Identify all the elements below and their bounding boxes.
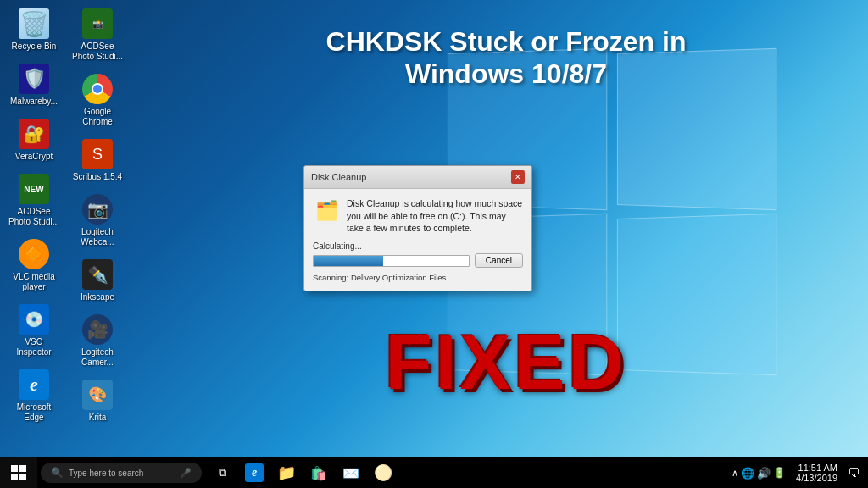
progress-fill bbox=[314, 256, 383, 266]
desktop-icon-recycle-bin[interactable]: 🗑️ Recycle Bin bbox=[4, 4, 64, 55]
search-icon: 🔍 bbox=[51, 467, 64, 479]
title-line1: CHKDSK Stuck or Frozen in bbox=[161, 25, 851, 58]
desktop-icon-acdsee1[interactable]: NEW ACDSee Photo Studi... bbox=[4, 169, 64, 230]
taskbar-task-view[interactable]: ⧉ bbox=[207, 458, 237, 488]
acdsee1-label: ACDSee Photo Studi... bbox=[8, 207, 60, 227]
taskbar-mail[interactable]: ✉️ bbox=[336, 458, 366, 488]
title-line2: Windows 10/8/7 bbox=[161, 58, 851, 90]
dialog-message: Disk Cleanup is calculating how much spa… bbox=[347, 197, 523, 235]
win-icon-tr bbox=[19, 465, 26, 472]
logitech-camera-icon: 🎥 bbox=[81, 313, 114, 346]
taskbar-explorer[interactable]: 📁 bbox=[271, 458, 302, 488]
win-icon-bl bbox=[11, 474, 18, 480]
progress-label: Calculating... bbox=[313, 241, 523, 251]
desktop-icon-logitech-webcam[interactable]: 📷 Logitech Webca... bbox=[68, 190, 127, 251]
search-bar[interactable]: 🔍 Type here to search 🎤 bbox=[41, 463, 202, 483]
taskbar-right: ∧ 🌐 🔊 🔋 11:51 AM 4/13/2019 🗨 bbox=[732, 463, 868, 483]
inkscape-icon: ✒️ bbox=[81, 258, 114, 291]
desktop-icon-acdsee2[interactable]: 📸 ACDSee Photo Studi... bbox=[68, 4, 127, 65]
dialog-content-row: 🗂️ Disk Cleanup is calculating how much … bbox=[313, 197, 523, 235]
desktop-icon-logitech-camera[interactable]: 🎥 Logitech Camer... bbox=[68, 310, 127, 371]
win-icon-br bbox=[19, 474, 26, 480]
desktop-icon-edge[interactable]: e Microsoft Edge bbox=[4, 365, 64, 426]
clock-date: 4/13/2019 bbox=[796, 473, 837, 483]
recycle-bin-label: Recycle Bin bbox=[12, 42, 57, 52]
desktop-icon-vso[interactable]: 💿 VSO Inspector bbox=[4, 300, 64, 361]
edge-icon: e bbox=[18, 369, 50, 401]
logitech-webcam-label: Logitech Webca... bbox=[71, 227, 124, 247]
cancel-button[interactable]: Cancel bbox=[475, 253, 523, 268]
malwarebytes-label: Malwareby... bbox=[10, 97, 58, 107]
dialog-titlebar: Disk Cleanup ✕ bbox=[304, 166, 531, 189]
dialog-title: Disk Cleanup bbox=[311, 172, 366, 182]
system-tray-icons: ∧ 🌐 🔊 🔋 bbox=[732, 467, 786, 480]
progress-bar bbox=[313, 255, 470, 267]
scanning-status: Scanning: Delivery Optimization Files bbox=[313, 273, 523, 282]
vlc-icon: 🔶 bbox=[18, 238, 50, 270]
acdsee2-label: ACDSee Photo Studi... bbox=[71, 42, 124, 62]
edge-taskbar-icon: e bbox=[245, 463, 264, 482]
vlc-label: VLC media player bbox=[8, 272, 60, 292]
desktop-icon-vlc[interactable]: 🔶 VLC media player bbox=[4, 235, 64, 296]
taskbar-note[interactable]: 🟡 bbox=[368, 458, 398, 488]
malwarebytes-icon: 🛡️ bbox=[18, 63, 50, 95]
desktop-icons-area: 🗑️ Recycle Bin 🛡️ Malwareby... 🔐 VeraCry… bbox=[4, 4, 123, 445]
sound-icon: 🔊 bbox=[757, 467, 771, 480]
disk-cleanup-dialog: Disk Cleanup ✕ 🗂️ Disk Cleanup is calcul… bbox=[303, 165, 532, 291]
battery-icon: 🔋 bbox=[773, 467, 786, 479]
windows-icon bbox=[11, 465, 26, 480]
disk-cleanup-icon: 🗂️ bbox=[313, 197, 340, 225]
up-arrow-icon[interactable]: ∧ bbox=[732, 468, 738, 479]
fixed-overlay-text: FIXED bbox=[161, 319, 851, 407]
taskbar: 🔍 Type here to search 🎤 ⧉ e 📁 🛍️ ✉️ 🟡 ∧ … bbox=[0, 458, 868, 488]
vso-label: VSO Inspector bbox=[8, 337, 60, 358]
recycle-bin-icon: 🗑️ bbox=[18, 8, 50, 40]
taskbar-clock[interactable]: 11:51 AM 4/13/2019 bbox=[793, 463, 841, 483]
desktop-icon-malwarebytes[interactable]: 🛡️ Malwareby... bbox=[4, 59, 64, 110]
taskbar-store[interactable]: 🛍️ bbox=[303, 458, 334, 488]
taskbar-apps: ⧉ e 📁 🛍️ ✉️ 🟡 bbox=[207, 458, 398, 488]
dialog-body: 🗂️ Disk Cleanup is calculating how much … bbox=[304, 189, 531, 291]
network-icon: 🌐 bbox=[741, 467, 754, 480]
logitech-camera-label: Logitech Camer... bbox=[71, 347, 124, 368]
scribus-label: Scribus 1.5.4 bbox=[73, 172, 122, 182]
win-icon-tl bbox=[11, 465, 18, 472]
scanning-label: Scanning: bbox=[313, 273, 348, 282]
chrome-icon bbox=[81, 73, 114, 105]
inkscape-label: Inkscape bbox=[81, 292, 114, 302]
edge-label: Microsoft Edge bbox=[8, 402, 60, 423]
microphone-icon: 🎤 bbox=[180, 468, 192, 479]
veracrypt-label: VeraCrypt bbox=[15, 152, 53, 162]
taskbar-edge[interactable]: e bbox=[239, 458, 270, 488]
krita-icon: 🎨 bbox=[81, 379, 114, 411]
logitech-webcam-icon: 📷 bbox=[81, 193, 114, 225]
acdsee1-icon: NEW bbox=[18, 173, 50, 205]
desktop-icon-chrome[interactable]: Google Chrome bbox=[68, 69, 127, 130]
desktop-icon-inkscape[interactable]: ✒️ Inkscape bbox=[68, 255, 127, 306]
veracrypt-icon: 🔐 bbox=[18, 118, 50, 150]
acdsee2-icon: 📸 bbox=[81, 8, 114, 40]
scanning-value: Delivery Optimization Files bbox=[351, 273, 446, 282]
progress-row: Cancel bbox=[313, 253, 523, 268]
chrome-label: Google Chrome bbox=[71, 107, 124, 127]
desktop-icon-veracrypt[interactable]: 🔐 VeraCrypt bbox=[4, 114, 64, 165]
krita-label: Krita bbox=[89, 413, 107, 423]
notification-center-icon[interactable]: 🗨 bbox=[844, 466, 863, 480]
dialog-close-button[interactable]: ✕ bbox=[511, 170, 525, 184]
vso-icon: 💿 bbox=[18, 303, 50, 336]
search-placeholder: Type here to search bbox=[69, 469, 143, 478]
scribus-icon: S bbox=[81, 138, 114, 170]
desktop-icon-krita[interactable]: 🎨 Krita bbox=[68, 375, 127, 426]
desktop: 🗑️ Recycle Bin 🛡️ Malwareby... 🔐 VeraCry… bbox=[0, 0, 868, 458]
article-title: CHKDSK Stuck or Frozen in Windows 10/8/7 bbox=[161, 25, 851, 91]
start-button[interactable] bbox=[0, 458, 37, 488]
clock-time: 11:51 AM bbox=[798, 463, 837, 473]
desktop-icon-scribus[interactable]: S Scribus 1.5.4 bbox=[68, 135, 127, 186]
